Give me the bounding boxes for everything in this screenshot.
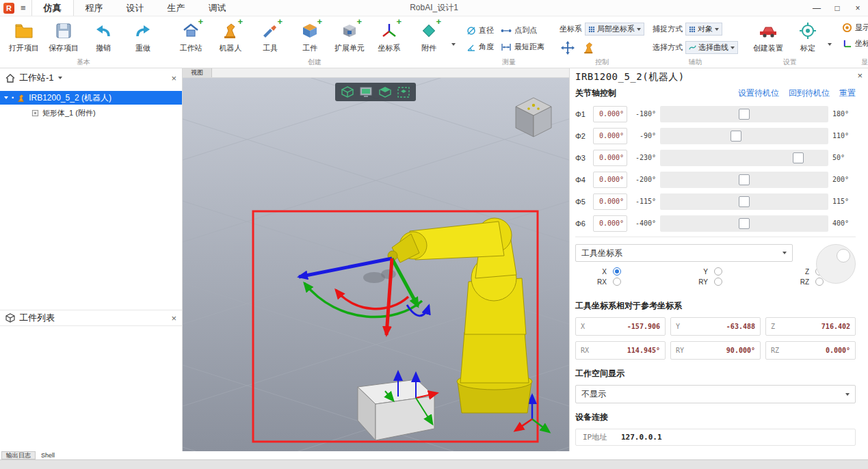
create-tool-button[interactable]: + 工具 (250, 18, 290, 53)
close-button[interactable]: × (847, 0, 868, 16)
tree-item-attachment[interactable]: 矩形体_1 (附件) (0, 106, 182, 120)
create-device-button[interactable]: 创建装置 (746, 18, 790, 53)
iso-view-icon[interactable] (339, 85, 356, 100)
workpiece-list-close-icon[interactable]: × (171, 314, 176, 323)
create-robot-button[interactable]: + 机器人 (211, 18, 250, 53)
joint-slider[interactable] (660, 172, 828, 188)
reset-link[interactable]: 重置 (839, 88, 856, 99)
joint-slider-handle[interactable] (739, 109, 750, 120)
workspace-display-select[interactable]: 不显示 (575, 385, 856, 403)
menu-tab-program[interactable]: 程序 (74, 0, 115, 16)
pose-x-field[interactable]: X-157.906 (575, 317, 666, 336)
viewport-canvas[interactable] (183, 78, 569, 451)
tree-panel-close-icon[interactable]: × (171, 74, 176, 83)
robot-jog-icon[interactable] (583, 41, 595, 55)
measure-diameter-button[interactable]: 直径 (466, 25, 494, 36)
pick-mode-select[interactable]: 选择曲线 (685, 41, 738, 54)
output-log-tab[interactable]: 输出日志 (1, 451, 36, 459)
joint-value-input[interactable]: 0.000° (593, 128, 627, 144)
jog-ry-radio[interactable] (714, 278, 722, 286)
ribbon-group-control: 坐标系 局部坐标系 控制 (555, 16, 648, 68)
snap-mode-select[interactable]: 对象 (685, 23, 722, 36)
back-home-link[interactable]: 回到待机位 (789, 88, 830, 99)
attachment-icon: + (419, 21, 439, 41)
menu-tab-design[interactable]: 设计 (115, 0, 156, 16)
hamburger-menu-icon[interactable]: ≡ (21, 3, 26, 13)
frame-mode-select[interactable]: 局部坐标系 (585, 23, 644, 36)
joint-slider-handle[interactable] (739, 196, 750, 207)
joint-slider-handle[interactable] (731, 131, 741, 142)
menu-tab-production[interactable]: 生产 (156, 0, 197, 16)
maximize-button[interactable]: □ (827, 0, 847, 16)
ribbon-group-label-display: 显示 (838, 57, 868, 67)
frame-size-button[interactable]: 坐标大小 (842, 38, 868, 49)
pose-y-field[interactable]: Y-63.488 (670, 317, 761, 336)
viewport-3d[interactable] (183, 78, 569, 451)
jog-x-radio[interactable] (613, 267, 621, 276)
measure-min-distance-button[interactable]: 最短距离 (501, 42, 544, 52)
shell-tab[interactable]: Shell (37, 451, 59, 459)
joint-slider-handle[interactable] (793, 152, 804, 163)
tool-frame-select[interactable]: 工具坐标系 (575, 244, 793, 262)
create-station-button[interactable]: + 工作站 (171, 18, 211, 53)
redo-button[interactable]: 重做 (123, 18, 163, 53)
move-control-icon[interactable] (561, 41, 575, 55)
joint-slider[interactable] (660, 150, 828, 166)
expand-arrow-icon[interactable] (4, 96, 8, 99)
joint-value-input[interactable]: 0.000° (593, 215, 627, 232)
fit-view-icon[interactable] (358, 85, 374, 100)
joint-value-input[interactable]: 0.000° (593, 106, 627, 122)
create-extension-unit-button[interactable]: + 扩展单元 (330, 18, 369, 53)
create-workpiece-button[interactable]: + 工件 (290, 18, 330, 53)
workpiece-list-header[interactable]: 工件列表 × (0, 310, 182, 326)
undo-button[interactable]: 撤销 (83, 18, 123, 53)
joint-slider[interactable] (660, 193, 828, 210)
ip-address-field[interactable]: IP地址 127.0.0.1 (575, 429, 856, 446)
joint-name: Φ1 (575, 110, 589, 118)
viewport-tab-view[interactable]: 视图 (183, 68, 212, 77)
joint-slider[interactable] (660, 215, 828, 232)
joint-value-input[interactable]: 0.000° (593, 172, 627, 188)
show-hide-button[interactable]: 显示/隐藏 (842, 23, 868, 33)
create-extension-unit-label: 扩展单元 (334, 43, 365, 53)
joint-axis-row-2: Φ2 0.000° -90° 110° (575, 127, 856, 144)
joint-value-input[interactable]: 0.000° (593, 150, 627, 166)
create-attachment-button[interactable]: + 附件 (409, 18, 449, 53)
station-tree-panel: 工作站-1 × • IRB1200_5_2 (机器人) 矩形体_1 (附件) 工… (0, 68, 183, 451)
open-project-button[interactable]: 打开项目 (4, 18, 44, 53)
pose-field-value: 90.000° (726, 347, 755, 354)
minimize-button[interactable]: — (806, 0, 827, 16)
jog-wheel[interactable] (816, 244, 856, 284)
joint-value-input[interactable]: 0.000° (593, 193, 627, 210)
pose-rx-field[interactable]: RX114.945° (575, 341, 666, 360)
pose-ry-field[interactable]: RY90.000° (670, 341, 761, 360)
station-icon: + (181, 21, 201, 41)
app-logo-icon[interactable]: R (3, 3, 14, 14)
menu-tab-debug[interactable]: 调试 (197, 0, 238, 16)
jog-y-radio[interactable] (714, 267, 722, 276)
create-frame-button[interactable]: + 坐标系 (369, 18, 409, 53)
calibrate-dropdown[interactable] (826, 18, 834, 46)
pose-field-label: Z (771, 323, 775, 330)
top-view-icon[interactable] (377, 85, 393, 100)
joint-min-label: -115° (631, 198, 656, 205)
menu-tab-simulation[interactable]: 仿真 (31, 0, 74, 16)
zoom-selection-icon[interactable] (395, 85, 412, 100)
set-home-link[interactable]: 设置待机位 (738, 88, 779, 99)
measure-point-to-point-button[interactable]: 点到点 (501, 25, 544, 36)
tree-item-robot[interactable]: • IRB1200_5_2 (机器人) (0, 91, 182, 105)
create-robot-label: 机器人 (220, 43, 242, 53)
jog-rx-radio[interactable] (613, 278, 621, 286)
joint-slider-handle[interactable] (739, 218, 750, 229)
joint-slider-handle[interactable] (739, 174, 750, 185)
measure-angle-button[interactable]: 角度 (466, 42, 494, 52)
calibrate-button[interactable]: 标定 (790, 18, 826, 53)
station-header[interactable]: 工作站-1 × (0, 68, 182, 88)
pose-rz-field[interactable]: RZ0.000° (765, 341, 856, 360)
save-project-button[interactable]: 保存项目 (44, 18, 83, 53)
joint-slider[interactable] (660, 106, 828, 122)
joint-slider[interactable] (660, 128, 828, 144)
pose-z-field[interactable]: Z716.402 (765, 317, 856, 336)
panel-close-icon[interactable]: × (857, 70, 863, 81)
attachment-dropdown[interactable] (449, 18, 458, 46)
